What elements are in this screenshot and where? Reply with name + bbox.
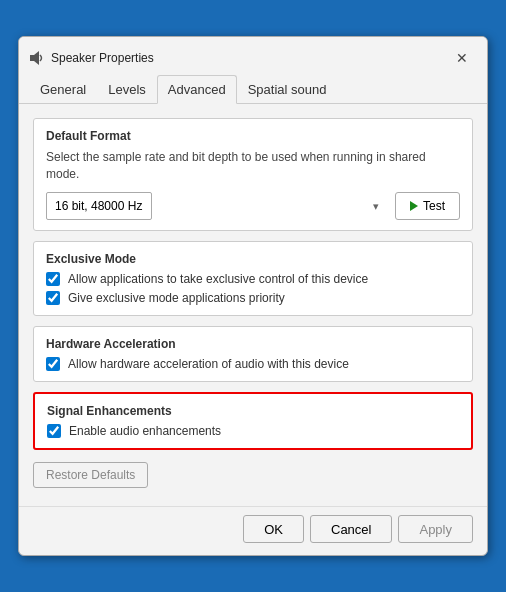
svg-marker-1 [34,51,39,65]
tab-spatial-sound[interactable]: Spatial sound [237,75,338,104]
tab-levels[interactable]: Levels [97,75,157,104]
svg-rect-0 [30,55,34,61]
title-bar-left: Speaker Properties [29,50,154,66]
exclusive-mode-section: Exclusive Mode Allow applications to tak… [33,241,473,316]
default-format-desc: Select the sample rate and bit depth to … [46,149,460,183]
cancel-button[interactable]: Cancel [310,515,392,543]
signal-checkbox-1[interactable] [47,424,61,438]
hardware-label-1: Allow hardware acceleration of audio wit… [68,357,349,371]
hardware-acceleration-title: Hardware Acceleration [46,337,460,351]
restore-wrapper: Restore Defaults [33,460,473,496]
exclusive-mode-title: Exclusive Mode [46,252,460,266]
exclusive-checkbox-row-1: Allow applications to take exclusive con… [46,272,460,286]
exclusive-checkbox-1[interactable] [46,272,60,286]
dialog-title: Speaker Properties [51,51,154,65]
tab-advanced[interactable]: Advanced [157,75,237,104]
exclusive-checkbox-2[interactable] [46,291,60,305]
test-button[interactable]: Test [395,192,460,220]
exclusive-checkbox-row-2: Give exclusive mode applications priorit… [46,291,460,305]
hardware-acceleration-section: Hardware Acceleration Allow hardware acc… [33,326,473,382]
default-format-title: Default Format [46,129,460,143]
signal-enhancements-section: Signal Enhancements Enable audio enhance… [33,392,473,450]
hardware-checkbox-row-1: Allow hardware acceleration of audio wit… [46,357,460,371]
apply-button[interactable]: Apply [398,515,473,543]
format-row: 16 bit, 48000 Hz Test [46,192,460,220]
dialog-footer: OK Cancel Apply [19,506,487,555]
hardware-checkbox-1[interactable] [46,357,60,371]
tab-general[interactable]: General [29,75,97,104]
exclusive-label-2: Give exclusive mode applications priorit… [68,291,285,305]
default-format-section: Default Format Select the sample rate an… [33,118,473,232]
signal-enhancements-title: Signal Enhancements [47,404,459,418]
play-icon [410,201,418,211]
speaker-properties-dialog: Speaker Properties ✕ General Levels Adva… [18,36,488,557]
tab-bar: General Levels Advanced Spatial sound [19,75,487,104]
signal-checkbox-row-1: Enable audio enhancements [47,424,459,438]
ok-button[interactable]: OK [243,515,304,543]
format-select-wrapper: 16 bit, 48000 Hz [46,192,387,220]
restore-defaults-button[interactable]: Restore Defaults [33,462,148,488]
speaker-icon [29,50,45,66]
format-select[interactable]: 16 bit, 48000 Hz [46,192,152,220]
test-label: Test [423,199,445,213]
close-button[interactable]: ✕ [449,45,475,71]
signal-label-1: Enable audio enhancements [69,424,221,438]
tab-content: Default Format Select the sample rate an… [19,104,487,507]
title-bar: Speaker Properties ✕ [19,37,487,71]
exclusive-label-1: Allow applications to take exclusive con… [68,272,368,286]
